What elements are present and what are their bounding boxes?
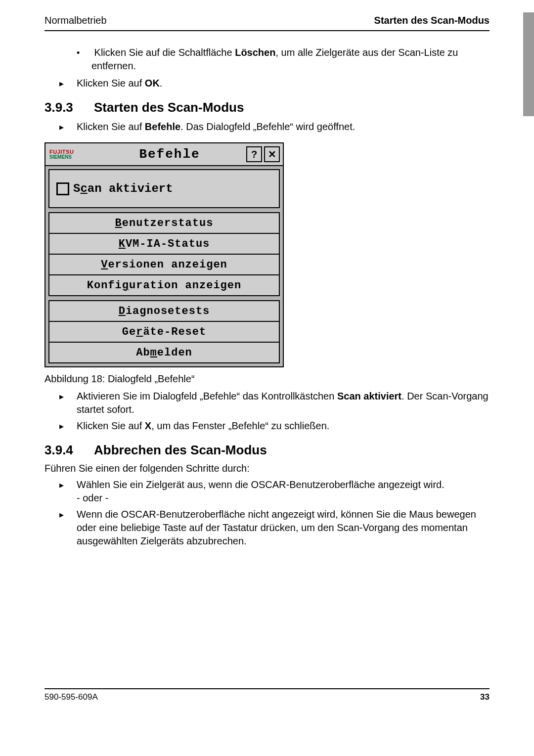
befehle-dialog: FUJITSU SIEMENS Befehle ? ✕ Scan aktivie… xyxy=(44,142,284,367)
heading-title: Starten des Scan-Modus xyxy=(94,100,244,115)
page: Normalbetrieb Starten des Scan-Modus Kli… xyxy=(0,0,534,722)
benutzerstatus-button[interactable]: Benutzerstatus xyxy=(49,213,279,234)
scan-aktiviert-label: Scan aktiviert xyxy=(73,182,173,195)
konfiguration-anzeigen-button[interactable]: Konfiguration anzeigen xyxy=(49,275,279,295)
fujitsu-siemens-logo: FUJITSU SIEMENS xyxy=(45,149,93,160)
list-item: Wenn die OSCAR-Benutzeroberfläche nicht … xyxy=(59,508,490,548)
dialog-title: Befehle xyxy=(93,147,246,162)
kvm-ia-status-button[interactable]: KVM-IA-Status xyxy=(49,234,279,255)
figure-caption: Abbildung 18: Dialogfeld „Befehle“ xyxy=(44,373,490,385)
list-item: Aktivieren Sie im Dialogfeld „Befehle“ d… xyxy=(59,390,490,416)
dialog-button-group-2: Diagnosetests Geräte-Reset Abmelden xyxy=(48,300,280,363)
list-item: Wählen Sie ein Zielgerät aus, wenn die O… xyxy=(59,478,490,505)
doc-number: 590-595-609A xyxy=(44,692,98,702)
page-header: Normalbetrieb Starten des Scan-Modus xyxy=(44,15,490,31)
scan-aktiviert-panel: Scan aktiviert xyxy=(48,169,280,208)
pre-arrow-list: Klicken Sie auf OK. xyxy=(44,77,490,90)
list-item: Klicken Sie auf die Schaltfläche Löschen… xyxy=(91,46,490,73)
page-number: 33 xyxy=(480,692,490,702)
header-right: Starten des Scan-Modus xyxy=(374,15,490,26)
list-item: Klicken Sie auf X, um das Fenster „Befeh… xyxy=(59,419,490,433)
versionen-anzeigen-button[interactable]: Versionen anzeigen xyxy=(49,255,279,275)
help-button[interactable]: ? xyxy=(246,146,262,162)
heading-394: 3.9.4Abbrechen des Scan-Modus xyxy=(44,443,490,458)
heading-number: 3.9.4 xyxy=(44,443,94,458)
list-item: Klicken Sie auf Befehle. Das Dialogfeld … xyxy=(59,120,490,133)
dialog-titlebar: FUJITSU SIEMENS Befehle ? ✕ xyxy=(45,143,283,166)
heading-title: Abbrechen des Scan-Modus xyxy=(94,443,267,457)
dialog-body: Scan aktiviert Benutzerstatus KVM-IA-Sta… xyxy=(45,166,283,366)
heading-number: 3.9.3 xyxy=(44,100,94,115)
header-left: Normalbetrieb xyxy=(44,15,107,26)
geraete-reset-button[interactable]: Geräte-Reset xyxy=(49,322,279,343)
diagnosetests-button[interactable]: Diagnosetests xyxy=(49,301,279,322)
abmelden-button[interactable]: Abmelden xyxy=(49,343,279,362)
sec393-arrows: Klicken Sie auf Befehle. Das Dialogfeld … xyxy=(44,120,490,133)
scan-aktiviert-row[interactable]: Scan aktiviert xyxy=(56,182,272,195)
dialog-button-group-1: Benutzerstatus KVM-IA-Status Versionen a… xyxy=(48,212,280,296)
pre-dot-list: Klicken Sie auf die Schaltfläche Löschen… xyxy=(44,46,490,73)
sec394-intro: Führen Sie einen der folgenden Schritte … xyxy=(44,463,490,474)
close-button[interactable]: ✕ xyxy=(264,146,280,162)
sec394-arrows: Wählen Sie ein Zielgerät aus, wenn die O… xyxy=(44,478,490,548)
heading-393: 3.9.3Starten des Scan-Modus xyxy=(44,100,490,115)
page-footer: 590-595-609A 33 xyxy=(44,688,490,702)
post-arrows: Aktivieren Sie im Dialogfeld „Befehle“ d… xyxy=(44,390,490,433)
side-tab xyxy=(523,12,534,116)
list-item: Klicken Sie auf OK. xyxy=(59,77,490,90)
dialog-controls: ? ✕ xyxy=(246,146,283,162)
scan-aktiviert-checkbox[interactable] xyxy=(56,182,69,195)
